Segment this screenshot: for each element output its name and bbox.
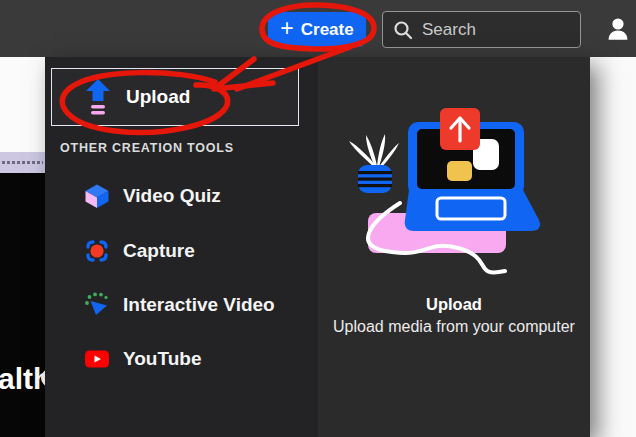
plant-pot-icon bbox=[358, 165, 392, 193]
search-box[interactable] bbox=[382, 11, 581, 48]
capture-viewfinder-icon bbox=[84, 238, 110, 264]
menu-item-youtube[interactable]: YouTube bbox=[84, 346, 201, 372]
laptop-base bbox=[405, 190, 540, 231]
upload-tile-icon bbox=[440, 108, 480, 150]
top-navigation-bar: + Create bbox=[0, 0, 636, 57]
user-profile-icon[interactable] bbox=[604, 15, 632, 43]
yellow-tile bbox=[447, 161, 472, 181]
preview-title: Upload bbox=[318, 295, 590, 314]
create-menu-column: Upload OTHER CREATION TOOLS Video Quiz bbox=[45, 57, 318, 437]
menu-item-upload[interactable]: Upload bbox=[51, 68, 299, 126]
menu-item-label: Interactive Video bbox=[123, 294, 275, 316]
illegible-filename-text bbox=[2, 161, 43, 164]
menu-item-label: YouTube bbox=[123, 348, 201, 370]
app-window: alth + Create bbox=[0, 0, 636, 437]
upload-arrow-icon bbox=[85, 78, 111, 116]
create-button-label: Create bbox=[301, 20, 354, 40]
search-icon bbox=[393, 20, 413, 40]
menu-item-video-quiz[interactable]: Video Quiz bbox=[84, 183, 221, 209]
menu-item-label: Capture bbox=[123, 240, 195, 262]
thumbnail-partial-text: alth bbox=[0, 362, 45, 396]
upload-preview-panel: Upload Upload media from your computer bbox=[318, 57, 590, 437]
create-button[interactable]: + Create bbox=[268, 12, 366, 47]
plus-icon: + bbox=[280, 17, 293, 40]
create-dropdown-menu: Upload OTHER CREATION TOOLS Video Quiz bbox=[45, 57, 590, 437]
section-header: OTHER CREATION TOOLS bbox=[60, 141, 234, 155]
search-input[interactable] bbox=[422, 20, 562, 40]
upload-label: Upload bbox=[126, 86, 190, 108]
upload-illustration bbox=[318, 57, 590, 437]
plant-leaves-icon bbox=[349, 134, 399, 168]
background-page-fragment bbox=[0, 57, 45, 152]
menu-item-interactive-video[interactable]: Interactive Video bbox=[84, 292, 275, 318]
youtube-icon bbox=[84, 346, 110, 372]
video-quiz-cube-icon bbox=[84, 183, 110, 209]
interactive-cursor-icon bbox=[84, 292, 110, 318]
background-file-strip bbox=[0, 152, 45, 173]
menu-item-capture[interactable]: Capture bbox=[84, 238, 195, 264]
preview-subtitle: Upload media from your computer bbox=[318, 318, 590, 336]
background-video-thumbnail: alth bbox=[0, 173, 45, 437]
menu-item-label: Video Quiz bbox=[123, 185, 221, 207]
